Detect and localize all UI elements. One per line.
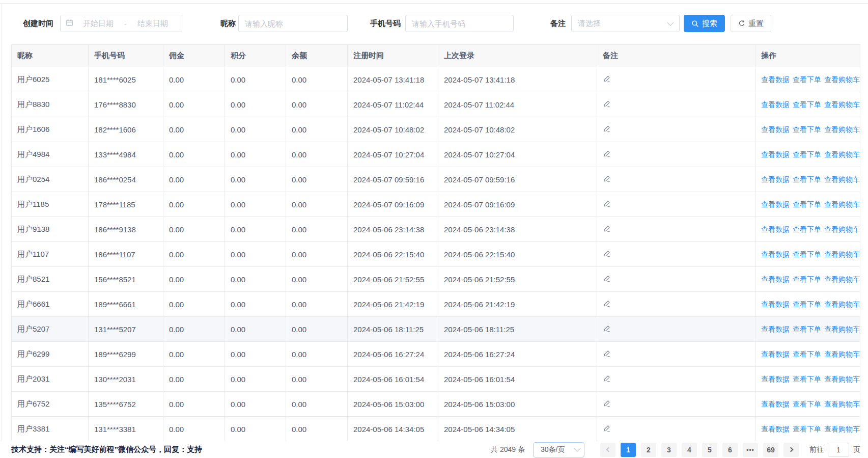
remark-cell: [597, 392, 755, 417]
action-link[interactable]: 查看数据: [761, 75, 790, 84]
points-cell: 0.00: [225, 167, 286, 192]
table-body: 用户6025 181****6025 0.00 0.00 0.00 2024-0…: [12, 67, 860, 442]
action-link[interactable]: 查看购物车: [824, 300, 860, 308]
page-number-button[interactable]: 6: [722, 443, 738, 457]
action-link[interactable]: 查看数据: [761, 125, 790, 133]
more-pages-button[interactable]: •••: [743, 443, 758, 457]
page-number-button[interactable]: 1: [621, 443, 636, 457]
edit-remark-button[interactable]: [603, 399, 611, 408]
edit-remark-button[interactable]: [603, 349, 611, 358]
action-link[interactable]: 查看数据: [761, 375, 790, 383]
action-link[interactable]: 查看数据: [761, 250, 790, 258]
pencil-icon: [603, 399, 611, 408]
edit-remark-button[interactable]: [603, 374, 611, 383]
edit-remark-button[interactable]: [603, 75, 611, 83]
action-link[interactable]: 查看下单: [793, 100, 821, 109]
edit-remark-button[interactable]: [603, 250, 611, 258]
action-link[interactable]: 查看下单: [793, 400, 821, 408]
action-link[interactable]: 查看购物车: [824, 100, 860, 109]
action-link[interactable]: 查看数据: [761, 400, 790, 408]
pencil-icon: [603, 125, 611, 133]
next-page-button[interactable]: [783, 443, 799, 457]
points-cell: 0.00: [225, 92, 286, 117]
action-link[interactable]: 查看数据: [761, 200, 790, 208]
date-end-placeholder[interactable]: 结束日期: [128, 19, 178, 29]
points-cell: 0.00: [225, 317, 286, 342]
action-link[interactable]: 查看购物车: [824, 125, 860, 133]
action-link[interactable]: 查看购物车: [824, 200, 860, 208]
prev-page-button[interactable]: [600, 443, 615, 457]
action-link[interactable]: 查看数据: [761, 425, 790, 433]
action-link[interactable]: 查看数据: [761, 275, 790, 283]
table-row: 用户8521 156****8521 0.00 0.00 0.00 2024-0…: [12, 267, 860, 292]
action-link[interactable]: 查看数据: [761, 350, 790, 358]
pencil-icon: [603, 200, 611, 208]
phone-cell: 181****6025: [89, 67, 163, 92]
action-link[interactable]: 查看购物车: [824, 325, 860, 333]
page-number-button[interactable]: 5: [702, 443, 717, 457]
column-header: 注册时间: [348, 45, 438, 67]
last-login-cell: 2024-05-07 10:27:04: [438, 142, 597, 167]
edit-remark-button[interactable]: [603, 300, 611, 308]
edit-remark-button[interactable]: [603, 125, 611, 133]
commission-cell: 0.00: [163, 292, 225, 317]
chevron-down-icon: [574, 445, 580, 452]
registered-cell: 2024-05-06 16:27:24: [348, 342, 438, 367]
action-link[interactable]: 查看下单: [793, 200, 821, 208]
action-link[interactable]: 查看购物车: [824, 425, 860, 433]
action-link[interactable]: 查看数据: [761, 225, 790, 233]
action-link[interactable]: 查看下单: [793, 275, 821, 283]
phone-cell: 176****8830: [89, 92, 163, 117]
action-link[interactable]: 查看下单: [793, 75, 821, 84]
date-range-picker[interactable]: 开始日期 - 结束日期: [60, 15, 182, 32]
page-size-select[interactable]: 30条/页: [533, 442, 584, 457]
action-link[interactable]: 查看购物车: [824, 175, 860, 183]
action-link[interactable]: 查看下单: [793, 300, 821, 308]
reset-button[interactable]: 重置: [731, 15, 771, 32]
edit-remark-button[interactable]: [603, 175, 611, 183]
action-link[interactable]: 查看数据: [761, 325, 790, 333]
action-link[interactable]: 查看下单: [793, 425, 821, 433]
goto-page-input[interactable]: [828, 443, 849, 457]
page-number-button[interactable]: 69: [763, 443, 778, 457]
action-link[interactable]: 查看下单: [793, 375, 821, 383]
action-link[interactable]: 查看下单: [793, 250, 821, 258]
date-start-placeholder[interactable]: 开始日期: [73, 19, 123, 29]
action-link[interactable]: 查看购物车: [824, 250, 860, 258]
action-link[interactable]: 查看购物车: [824, 225, 860, 233]
edit-remark-button[interactable]: [603, 275, 611, 283]
action-link[interactable]: 查看数据: [761, 150, 790, 158]
action-link[interactable]: 查看购物车: [824, 375, 860, 383]
action-link[interactable]: 查看下单: [793, 125, 821, 133]
page-number-button[interactable]: 4: [682, 443, 697, 457]
action-link[interactable]: 查看购物车: [824, 150, 860, 158]
edit-remark-button[interactable]: [603, 150, 611, 158]
edit-remark-button[interactable]: [603, 424, 611, 433]
edit-remark-button[interactable]: [603, 200, 611, 208]
page-number-button[interactable]: 2: [641, 443, 656, 457]
page-number-button[interactable]: 3: [661, 443, 677, 457]
action-link[interactable]: 查看下单: [793, 150, 821, 158]
action-link[interactable]: 查看购物车: [824, 275, 860, 283]
nickname-input[interactable]: [238, 15, 348, 32]
edit-remark-button[interactable]: [603, 325, 611, 333]
action-link[interactable]: 查看下单: [793, 175, 821, 183]
action-link[interactable]: 查看下单: [793, 225, 821, 233]
action-link[interactable]: 查看数据: [761, 100, 790, 109]
balance-cell: 0.00: [286, 167, 348, 192]
search-button[interactable]: 搜索: [684, 15, 725, 32]
action-link[interactable]: 查看购物车: [824, 75, 860, 84]
action-link[interactable]: 查看购物车: [824, 350, 860, 358]
edit-remark-button[interactable]: [603, 225, 611, 233]
action-link[interactable]: 查看下单: [793, 350, 821, 358]
action-link[interactable]: 查看购物车: [824, 400, 860, 408]
action-link[interactable]: 查看下单: [793, 325, 821, 333]
balance-cell: 0.00: [286, 317, 348, 342]
action-link[interactable]: 查看数据: [761, 175, 790, 183]
edit-remark-button[interactable]: [603, 100, 611, 108]
remark-select[interactable]: 请选择: [571, 15, 680, 32]
nickname-cell: 用户8830: [12, 92, 89, 117]
phone-input[interactable]: [405, 15, 514, 32]
goto-suffix: 页: [853, 445, 860, 454]
action-link[interactable]: 查看数据: [761, 300, 790, 308]
